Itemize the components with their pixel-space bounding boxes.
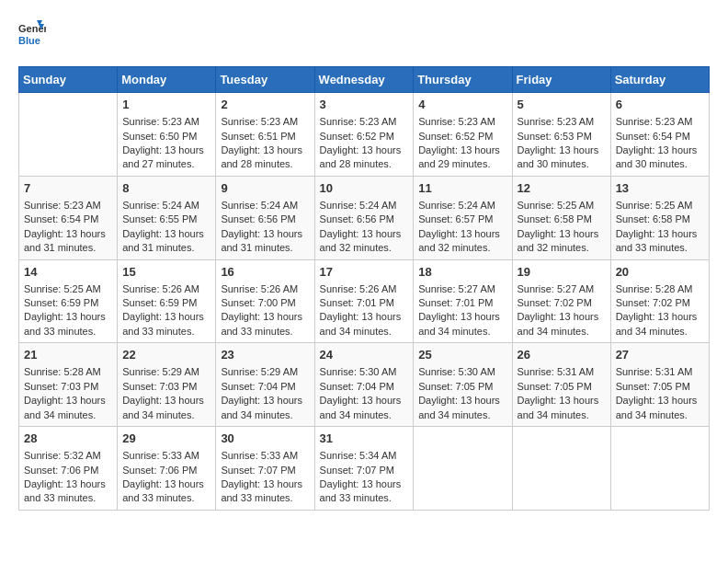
day-info: and 34 minutes. [518,325,606,339]
day-info: and 34 minutes. [24,408,112,422]
day-info: Sunrise: 5:24 AM [320,199,409,213]
calendar-cell: 9Sunrise: 5:24 AMSunset: 6:56 PMDaylight… [216,176,314,259]
calendar-cell: 2Sunrise: 5:23 AMSunset: 6:51 PMDaylight… [216,93,314,177]
day-info: Daylight: 13 hours [122,227,210,241]
day-info: and 34 minutes. [418,408,506,422]
day-info: Sunrise: 5:26 AM [320,282,409,296]
day-number: 15 [122,264,210,281]
calendar-cell: 1Sunrise: 5:23 AMSunset: 6:50 PMDaylight… [118,93,216,177]
day-info: and 27 minutes. [122,157,210,171]
day-info: and 33 minutes. [320,491,409,505]
header-tuesday: Tuesday [216,67,314,93]
calendar-cell: 25Sunrise: 5:30 AMSunset: 7:05 PMDayligh… [414,343,512,427]
day-number: 2 [221,97,309,113]
calendar-cell: 16Sunrise: 5:26 AMSunset: 7:00 PMDayligh… [216,259,314,343]
day-info: Sunset: 6:57 PM [418,213,506,226]
week-row-3: 14Sunrise: 5:25 AMSunset: 6:59 PMDayligh… [19,259,710,343]
day-info: and 32 minutes. [418,241,506,255]
day-number: 17 [320,264,409,281]
day-info: and 32 minutes. [320,241,409,255]
day-info: Sunrise: 5:29 AM [122,365,210,379]
week-row-1: 1Sunrise: 5:23 AMSunset: 6:50 PMDaylight… [19,93,710,177]
day-info: Sunrise: 5:30 AM [320,365,409,379]
calendar-cell: 23Sunrise: 5:29 AMSunset: 7:04 PMDayligh… [216,343,314,427]
day-info: Sunset: 6:58 PM [518,213,606,226]
day-info: Daylight: 13 hours [122,144,210,157]
day-number: 16 [221,264,309,281]
day-number: 6 [616,97,704,113]
day-info: Sunset: 7:03 PM [24,380,112,394]
day-info: and 33 minutes. [122,491,210,505]
day-info: and 33 minutes. [616,241,704,255]
day-info: Daylight: 13 hours [122,394,210,408]
day-info: Sunrise: 5:27 AM [418,282,506,296]
day-info: Daylight: 13 hours [320,227,409,241]
day-info: Daylight: 13 hours [320,144,409,157]
header-saturday: Saturday [610,67,709,93]
day-info: and 34 minutes. [221,408,309,422]
day-info: Sunset: 7:00 PM [221,296,309,310]
day-info: Sunrise: 5:26 AM [122,282,210,296]
day-info: Sunrise: 5:26 AM [221,282,309,296]
calendar-cell [19,93,118,177]
day-info: Sunrise: 5:28 AM [24,365,112,379]
day-info: Sunset: 6:52 PM [418,130,506,144]
day-info: and 30 minutes. [616,157,704,171]
calendar-header: SundayMondayTuesdayWednesdayThursdayFrid… [19,67,710,93]
day-info: Sunrise: 5:30 AM [418,365,506,379]
day-number: 22 [122,347,210,363]
day-info: and 32 minutes. [518,241,606,255]
calendar-cell: 14Sunrise: 5:25 AMSunset: 6:59 PMDayligh… [19,259,118,343]
day-info: Sunrise: 5:31 AM [518,365,606,379]
day-info: Sunrise: 5:24 AM [418,199,506,213]
day-info: and 34 minutes. [320,408,409,422]
day-number: 26 [518,347,606,363]
day-info: and 31 minutes. [122,241,210,255]
header-sunday: Sunday [19,67,118,93]
header-monday: Monday [118,67,216,93]
calendar-cell [512,427,610,511]
day-info: Sunset: 7:03 PM [122,380,210,394]
day-info: Daylight: 13 hours [221,394,309,408]
day-info: and 33 minutes. [122,325,210,339]
week-row-4: 21Sunrise: 5:28 AMSunset: 7:03 PMDayligh… [19,343,710,427]
day-info: Daylight: 13 hours [418,144,506,157]
day-info: and 34 minutes. [616,325,704,339]
day-info: Daylight: 13 hours [24,310,112,324]
day-info: and 33 minutes. [24,325,112,339]
logo: General Blue [18,18,46,52]
day-info: Sunrise: 5:23 AM [418,115,506,129]
day-info: Sunrise: 5:25 AM [24,282,112,296]
calendar-cell: 27Sunrise: 5:31 AMSunset: 7:05 PMDayligh… [610,343,709,427]
day-info: and 33 minutes. [221,325,309,339]
day-info: Daylight: 13 hours [616,310,704,324]
day-info: Sunset: 6:52 PM [320,130,409,144]
day-info: and 28 minutes. [221,157,309,171]
day-info: and 34 minutes. [518,408,606,422]
day-info: Sunrise: 5:23 AM [320,115,409,129]
day-info: Daylight: 13 hours [320,477,409,491]
day-info: Sunset: 7:05 PM [616,380,704,394]
day-info: Sunset: 6:59 PM [122,296,210,310]
svg-text:Blue: Blue [18,35,40,46]
day-info: and 34 minutes. [320,325,409,339]
day-info: Sunset: 7:07 PM [221,464,309,477]
day-number: 1 [122,97,210,113]
day-info: Daylight: 13 hours [24,477,112,491]
day-number: 13 [616,180,704,197]
day-info: Sunset: 7:04 PM [221,380,309,394]
day-info: Sunrise: 5:23 AM [518,115,606,129]
day-number: 8 [122,180,210,197]
calendar-cell: 10Sunrise: 5:24 AMSunset: 6:56 PMDayligh… [314,176,414,259]
day-info: Sunset: 6:54 PM [616,130,704,144]
day-info: and 34 minutes. [418,325,506,339]
calendar-cell: 20Sunrise: 5:28 AMSunset: 7:02 PMDayligh… [610,259,709,343]
calendar-cell: 12Sunrise: 5:25 AMSunset: 6:58 PMDayligh… [512,176,610,259]
day-info: Sunset: 6:54 PM [24,213,112,226]
day-number: 12 [518,180,606,197]
day-number: 14 [24,264,112,281]
calendar-cell: 11Sunrise: 5:24 AMSunset: 6:57 PMDayligh… [414,176,512,259]
day-number: 20 [616,264,704,281]
day-info: Sunrise: 5:23 AM [616,115,704,129]
day-info: Sunset: 7:02 PM [616,296,704,310]
